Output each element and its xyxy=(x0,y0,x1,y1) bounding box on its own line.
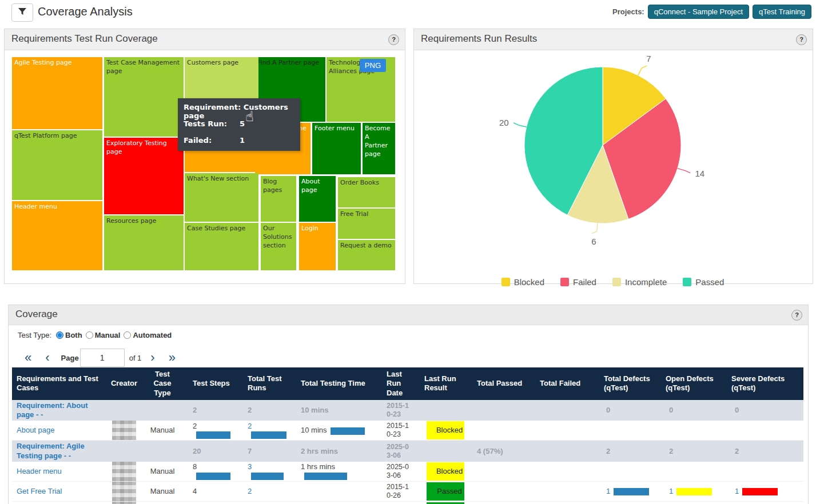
treemap-tile-qtest-platform-page[interactable]: qTest Platform page xyxy=(12,130,102,200)
last-run-date: 2015-10-26 xyxy=(379,481,412,501)
column-header-open-defects-qtest: Open Defects (qTest) xyxy=(653,367,719,400)
pie-panel-header: Requirements Run Results ? xyxy=(414,29,813,50)
total-passed: 4 (57%) xyxy=(464,441,527,462)
tooltip-failed-value: 1 xyxy=(240,136,245,145)
treemap-tile-test-case-management-page[interactable]: Test Case Management page xyxy=(104,57,184,137)
cell-value: 1 xyxy=(606,487,610,495)
cell-value: 8 xyxy=(193,462,197,471)
metric-bar xyxy=(196,473,230,480)
test-case-link[interactable]: Get Free Trial xyxy=(17,487,62,495)
pie-leader-line xyxy=(638,66,647,75)
treemap-tile-login[interactable]: Login xyxy=(299,223,336,270)
treemap-tile-order-books[interactable]: Order Books xyxy=(338,177,395,207)
treemap-tile-case-studies-page[interactable]: Case Studies page xyxy=(185,223,258,270)
treemap-tile-footer-menu[interactable]: Footer menu xyxy=(312,123,361,174)
treemap-tile-blog-pages[interactable]: Blog pages xyxy=(261,176,296,222)
prev-page-button[interactable]: ‹ xyxy=(38,351,56,364)
metric-bar xyxy=(251,473,284,480)
pie-chart: 714620 xyxy=(494,55,757,250)
column-header-last-run-date: Last Run Date xyxy=(379,367,412,400)
project-button-qtest-training[interactable]: qTest Training xyxy=(753,5,811,19)
test-type-radio-both[interactable] xyxy=(56,331,63,339)
test-type-option-label: Both xyxy=(65,331,82,339)
treemap-tile-free-trial[interactable]: Free Trial xyxy=(338,209,395,239)
column-header-test-steps: Test Steps xyxy=(180,367,235,400)
cell-value: 2 hrs mins xyxy=(301,447,338,455)
legend-item-passed[interactable]: Passed xyxy=(683,277,724,287)
test-case-link[interactable]: Header menu xyxy=(17,467,62,475)
legend-item-blocked[interactable]: Blocked xyxy=(501,277,544,287)
cell-value: 0 xyxy=(606,406,610,414)
pie-data-label-incomplete: 6 xyxy=(591,237,596,246)
test-case-row: About pageManual2210 mins2015-10-23Block… xyxy=(12,421,803,441)
legend-label: Incomplete xyxy=(625,277,667,287)
cell-value: 0 xyxy=(669,406,673,414)
last-page-button[interactable]: » xyxy=(162,351,182,364)
top-bar: Coverage Analysis Projects: qConnect - S… xyxy=(0,0,816,26)
png-export-button[interactable]: PNG xyxy=(360,59,386,72)
page-of-label: of 1 xyxy=(129,354,142,362)
cell-value: 2 xyxy=(248,422,252,430)
creator-avatar xyxy=(112,462,136,481)
metric-bar xyxy=(331,427,365,435)
total-passed xyxy=(464,501,527,504)
test-case-type: Manual xyxy=(145,501,180,504)
column-header-test-case-type: Test Case Type xyxy=(145,367,180,400)
test-case-link[interactable]: About page xyxy=(17,426,55,434)
legend-item-failed[interactable]: Failed xyxy=(560,277,596,287)
test-case-row: Get Free TrialManual422015-10-26Passed11… xyxy=(12,481,803,501)
treemap-tile-request-a-demo[interactable]: Request a demo xyxy=(338,240,395,270)
test-case-type: Manual xyxy=(145,462,180,482)
column-header-total-testing-time: Total Testing Time xyxy=(288,367,379,400)
total-failed xyxy=(527,501,591,504)
page-number-input[interactable] xyxy=(80,349,125,367)
coverage-table: Requirements and Test CasesCreatorTest C… xyxy=(12,367,803,504)
requirements-test-run-coverage-panel: Requirements Test Run Coverage ? PNG Log… xyxy=(4,29,405,284)
treemap-tile-our-solutions-section[interactable]: Our Solutions section xyxy=(261,223,296,270)
page-label: Page xyxy=(61,354,79,362)
column-header-creator: Creator xyxy=(104,367,145,400)
legend-label: Failed xyxy=(573,277,596,287)
hand-cursor-icon: ☝ xyxy=(245,109,254,125)
treemap-tile-what-s-new-section[interactable]: What's New section xyxy=(185,173,258,222)
pie-legend: BlockedFailedIncompletePassed xyxy=(414,277,811,287)
pie-chart-area: 714620 BlockedFailedIncompletePassed xyxy=(414,50,811,283)
total-failed xyxy=(527,481,591,501)
total-failed xyxy=(527,441,591,462)
filter-button[interactable] xyxy=(11,3,33,22)
pagination: « ‹ Page of 1 › » xyxy=(18,346,182,369)
treemap-tile-resources-page[interactable]: Resources page xyxy=(104,215,184,270)
next-page-button[interactable]: › xyxy=(144,351,161,364)
legend-item-incomplete[interactable]: Incomplete xyxy=(612,277,667,287)
metric-bar xyxy=(304,473,347,480)
treemap-tile-become-a-partner-page[interactable]: Become A Partner page xyxy=(363,123,395,174)
yellow-bar xyxy=(676,488,712,495)
test-type-radio-automated[interactable] xyxy=(124,331,131,339)
test-type-radio-manual[interactable] xyxy=(86,331,93,339)
test-type-filter: Test Type: BothManualAutomated xyxy=(18,331,175,339)
treemap-help-icon[interactable]: ? xyxy=(388,34,399,45)
pie-data-label-passed: 20 xyxy=(499,118,509,127)
cell-value: 2 xyxy=(606,447,610,455)
legend-label: Passed xyxy=(695,277,724,287)
cell-value: 1 hrs mins xyxy=(301,462,335,471)
test-case-type: Manual xyxy=(145,481,180,501)
column-header-total-passed: Total Passed xyxy=(464,367,527,400)
treemap-tile-header-menu[interactable]: Header menu xyxy=(12,201,102,270)
cell-value: 1 xyxy=(669,487,673,495)
treemap-tile-agile-testing-page[interactable]: Agile Testing page xyxy=(12,57,102,129)
coverage-table-header-row: Requirements and Test CasesCreatorTest C… xyxy=(12,367,803,400)
cell-value: 3 xyxy=(248,462,252,471)
test-case-row: Header menuManual831 hrs mins2025-03-06B… xyxy=(12,462,803,482)
first-page-button[interactable]: « xyxy=(18,351,38,364)
projects-label: Projects: xyxy=(612,7,644,16)
pie-help-icon[interactable]: ? xyxy=(796,34,807,45)
pie-panel-title: Requirements Run Results xyxy=(421,33,537,45)
cell-value: 2 xyxy=(193,406,197,414)
coverage-help-icon[interactable]: ? xyxy=(791,310,802,321)
test-type-option-label: Manual xyxy=(95,331,121,339)
treemap-panel-title: Requirements Test Run Coverage xyxy=(11,33,158,45)
project-button-qconnect[interactable]: qConnect - Sample Project xyxy=(648,5,749,19)
treemap-tile-exploratory-testing-page[interactable]: Exploratory Testing page xyxy=(104,138,184,214)
treemap-tile-about-page[interactable]: About page xyxy=(299,176,336,222)
